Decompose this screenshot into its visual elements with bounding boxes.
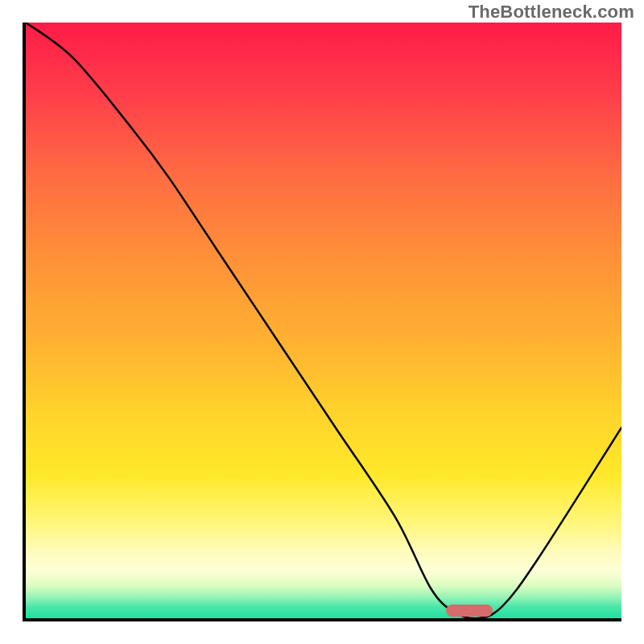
optimal-marker	[446, 605, 493, 617]
watermark-text: TheBottleneck.com	[469, 2, 634, 23]
bottleneck-curve	[26, 23, 621, 618]
plot-area	[23, 23, 621, 621]
